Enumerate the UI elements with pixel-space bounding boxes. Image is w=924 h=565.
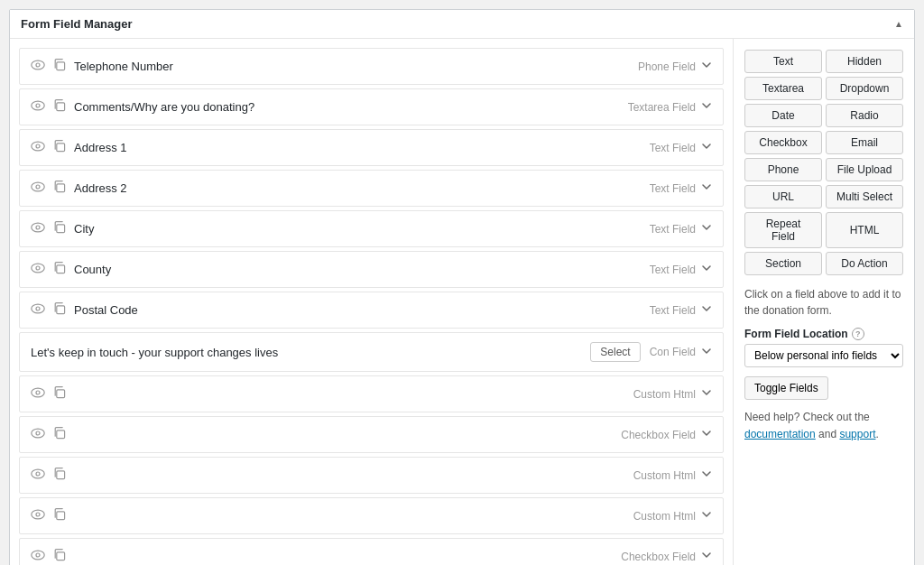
svg-point-10 xyxy=(36,185,40,189)
svg-point-25 xyxy=(36,431,40,435)
field-type-btn-text[interactable]: Text xyxy=(744,50,822,73)
svg-point-1 xyxy=(36,63,40,67)
copy-icon[interactable] xyxy=(52,98,67,116)
svg-point-16 xyxy=(36,266,40,270)
field-caret-icon[interactable] xyxy=(701,509,712,523)
field-type-btn-dropdown[interactable]: Dropdown xyxy=(826,77,903,100)
field-right: Text Field xyxy=(650,222,712,236)
field-type-btn-url[interactable]: URL xyxy=(744,185,822,208)
field-type-btn-date[interactable]: Date xyxy=(744,104,822,127)
field-caret-icon[interactable] xyxy=(701,550,712,563)
field-type-btn-html[interactable]: HTML xyxy=(826,212,903,248)
field-row[interactable]: CityText Field xyxy=(19,210,724,247)
copy-icon[interactable] xyxy=(52,385,67,403)
field-row[interactable]: Checkbox Field xyxy=(19,538,724,565)
eye-icon[interactable] xyxy=(31,301,45,319)
svg-point-18 xyxy=(32,304,44,313)
field-caret-icon[interactable] xyxy=(701,303,712,317)
field-caret-icon[interactable] xyxy=(701,263,712,276)
copy-icon[interactable] xyxy=(52,301,67,319)
field-row[interactable]: Checkbox Field xyxy=(19,416,724,453)
field-type-btn-checkbox[interactable]: Checkbox xyxy=(744,131,822,154)
field-left xyxy=(31,467,67,484)
field-type-btn-textarea[interactable]: Textarea xyxy=(744,77,822,100)
svg-rect-29 xyxy=(57,471,65,479)
eye-icon[interactable] xyxy=(31,58,45,75)
eye-icon[interactable] xyxy=(31,426,45,443)
field-left: Address 2 xyxy=(31,180,127,197)
eye-icon[interactable] xyxy=(31,261,45,278)
field-type-btn-radio[interactable]: Radio xyxy=(826,104,903,127)
field-type-btn-section[interactable]: Section xyxy=(744,252,822,275)
eye-icon[interactable] xyxy=(31,385,45,403)
field-type-label: Text Field xyxy=(650,264,696,276)
location-info-icon[interactable]: ? xyxy=(852,328,864,340)
field-caret-icon[interactable] xyxy=(701,428,712,441)
field-right: Custom Html xyxy=(633,387,712,401)
field-type-btn-repeat-field[interactable]: Repeat Field xyxy=(744,212,822,248)
panel-collapse-btn[interactable]: ▲ xyxy=(894,19,903,29)
field-left: Let's keep in touch - your support chang… xyxy=(31,346,278,359)
field-type-label: Custom Html xyxy=(633,388,696,401)
field-right: SelectCon Field xyxy=(590,342,712,362)
field-row[interactable]: Custom Html xyxy=(19,375,724,412)
field-type-btn-do-action[interactable]: Do Action xyxy=(826,252,903,275)
field-caret-icon[interactable] xyxy=(701,468,712,482)
location-select[interactable]: Below personal info fields xyxy=(744,344,903,367)
field-caret-icon[interactable] xyxy=(701,387,712,401)
field-caret-icon[interactable] xyxy=(701,60,712,73)
field-right: Text Field xyxy=(650,181,712,195)
copy-icon[interactable] xyxy=(52,261,67,278)
field-type-btn-phone[interactable]: Phone xyxy=(744,158,822,181)
field-right: Checkbox Field xyxy=(621,428,712,441)
eye-icon[interactable] xyxy=(31,507,45,524)
field-right: Custom Html xyxy=(633,468,712,482)
copy-icon[interactable] xyxy=(52,58,67,75)
field-right: Checkbox Field xyxy=(621,550,712,563)
field-caret-icon[interactable] xyxy=(701,100,712,114)
copy-icon[interactable] xyxy=(52,139,67,156)
toggle-fields-btn[interactable]: Toggle Fields xyxy=(744,376,828,400)
copy-icon[interactable] xyxy=(52,220,67,237)
copy-icon[interactable] xyxy=(52,180,67,197)
copy-icon[interactable] xyxy=(52,426,67,443)
svg-point-21 xyxy=(32,388,44,397)
eye-icon[interactable] xyxy=(31,548,45,565)
svg-point-31 xyxy=(36,513,40,516)
field-caret-icon[interactable] xyxy=(701,141,712,154)
eye-icon[interactable] xyxy=(31,220,45,237)
field-row[interactable]: Comments/Why are you donating?Textarea F… xyxy=(19,88,724,125)
field-label: Postal Code xyxy=(74,303,138,317)
field-type-btn-multi-select[interactable]: Multi Select xyxy=(826,185,903,208)
field-caret-icon[interactable] xyxy=(701,181,712,195)
svg-rect-35 xyxy=(57,552,65,560)
eye-icon[interactable] xyxy=(31,139,45,156)
svg-point-4 xyxy=(36,104,40,107)
svg-point-6 xyxy=(32,142,44,151)
svg-point-9 xyxy=(32,182,44,191)
field-type-btn-email[interactable]: Email xyxy=(826,131,903,154)
field-row[interactable]: Custom Html xyxy=(19,497,724,534)
field-row[interactable]: Postal CodeText Field xyxy=(19,292,724,329)
field-row[interactable]: Address 2Text Field xyxy=(19,170,724,207)
field-type-label: Con Field xyxy=(650,346,696,358)
field-type-btn-file-upload[interactable]: File Upload xyxy=(826,158,903,181)
field-type-btn-hidden[interactable]: Hidden xyxy=(826,50,903,73)
copy-icon[interactable] xyxy=(52,507,67,524)
eye-icon[interactable] xyxy=(31,98,45,116)
field-type-label: Text Field xyxy=(650,182,696,195)
support-link[interactable]: support xyxy=(839,428,875,440)
field-caret-icon[interactable] xyxy=(701,346,712,359)
eye-icon[interactable] xyxy=(31,467,45,484)
field-row[interactable]: Let's keep in touch - your support chang… xyxy=(19,332,724,372)
copy-icon[interactable] xyxy=(52,467,67,484)
copy-icon[interactable] xyxy=(52,548,67,565)
field-row[interactable]: Address 1Text Field xyxy=(19,129,724,166)
documentation-link[interactable]: documentation xyxy=(744,428,816,440)
eye-icon[interactable] xyxy=(31,180,45,197)
field-row[interactable]: Custom Html xyxy=(19,457,724,494)
field-row[interactable]: CountyText Field xyxy=(19,251,724,288)
select-badge[interactable]: Select xyxy=(590,342,640,362)
field-row[interactable]: Telephone NumberPhone Field xyxy=(19,48,724,85)
field-caret-icon[interactable] xyxy=(701,222,712,236)
